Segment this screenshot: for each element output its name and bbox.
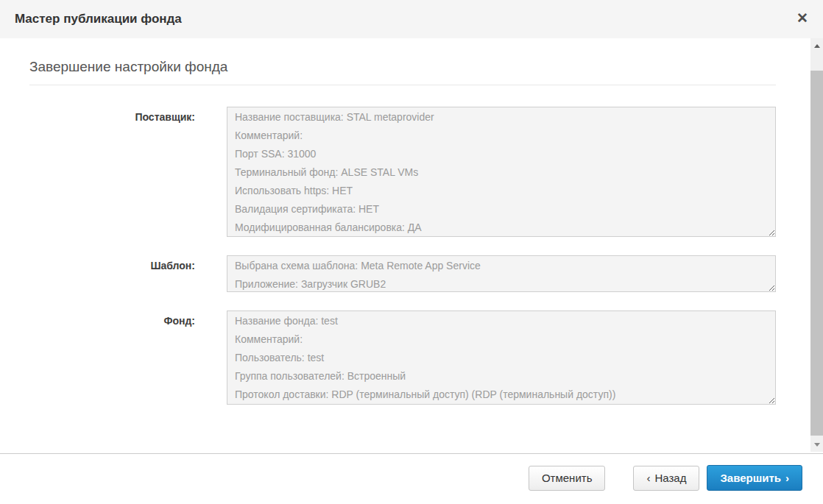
pool-summary-textarea[interactable]: Название фонда: test Комментарий: Пользо… <box>227 310 776 405</box>
wizard-dialog: Мастер публикации фонда ✕ Завершение нас… <box>0 0 823 504</box>
finish-button-label: Завершить <box>720 472 781 484</box>
scrollbar-thumb[interactable] <box>810 71 823 436</box>
back-button-label: Назад <box>654 472 686 484</box>
footer-divider <box>0 453 823 454</box>
step-heading: Завершение настройки фонда <box>29 59 227 75</box>
cancel-button[interactable]: Отменить <box>529 466 606 491</box>
template-summary-textarea[interactable]: Выбрана схема шаблона: Meta Remote App S… <box>227 255 776 292</box>
pool-label: Фонд: <box>0 310 195 327</box>
heading-divider <box>29 85 776 85</box>
scroll-up-icon[interactable] <box>810 40 823 52</box>
template-label: Шаблон: <box>0 255 195 271</box>
scroll-down-icon[interactable] <box>810 439 823 450</box>
finish-button[interactable]: Завершить› <box>707 465 802 491</box>
back-button[interactable]: ‹Назад <box>633 466 699 491</box>
form-row-pool: Фонд: Название фонда: test Комментарий: … <box>0 310 776 405</box>
dialog-header: Мастер публикации фонда ✕ <box>0 0 823 38</box>
dialog-footer: Отменить ‹Назад Завершить› <box>529 465 802 491</box>
chevron-left-icon: ‹ <box>646 472 650 484</box>
provider-label: Поставщик: <box>0 107 195 123</box>
dialog-title: Мастер публикации фонда <box>0 12 182 26</box>
form-row-template: Шаблон: Выбрана схема шаблона: Meta Remo… <box>0 255 776 292</box>
close-icon[interactable]: ✕ <box>795 10 810 26</box>
chevron-right-icon: › <box>785 472 789 484</box>
provider-summary-textarea[interactable]: Название поставщика: STAL metaprovider К… <box>227 107 776 237</box>
form-row-provider: Поставщик: Название поставщика: STAL met… <box>0 107 776 237</box>
vertical-scrollbar[interactable] <box>810 38 823 452</box>
